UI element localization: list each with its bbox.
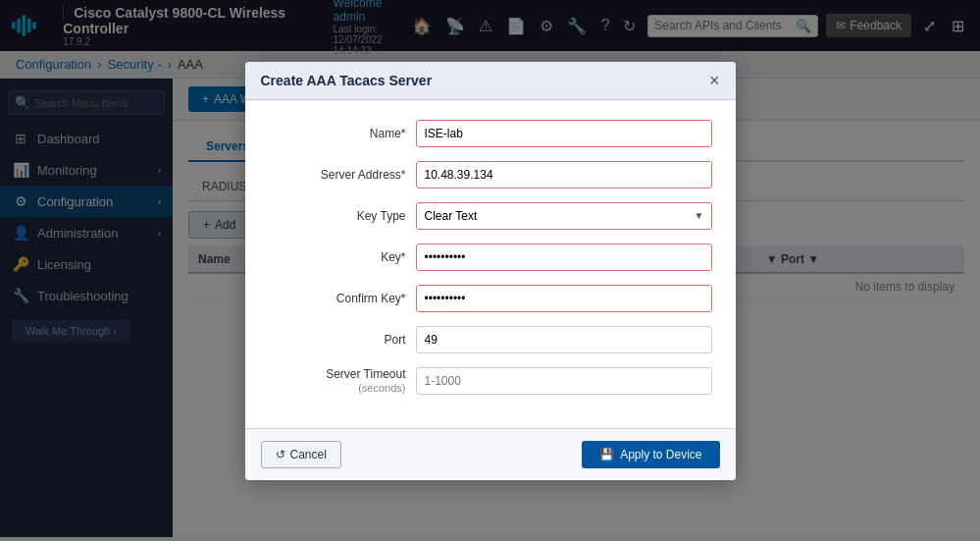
- apply-icon: 💾: [599, 448, 614, 461]
- port-input[interactable]: [416, 326, 712, 353]
- modal-footer: ↺ Cancel 💾 Apply to Device: [245, 428, 736, 480]
- key-type-select[interactable]: Clear Text Encrypted: [416, 202, 712, 230]
- name-input[interactable]: [416, 120, 712, 147]
- modal-header: Create AAA Tacacs Server ×: [245, 62, 736, 100]
- form-row-name: Name*: [269, 120, 712, 147]
- key-input[interactable]: [416, 243, 712, 271]
- key-label: Key*: [269, 250, 406, 264]
- form-row-key-type: Key Type Clear Text Encrypted ▼: [269, 202, 712, 230]
- cancel-label: Cancel: [290, 448, 327, 461]
- confirm-key-input[interactable]: [416, 285, 712, 312]
- modal-close-button[interactable]: ×: [709, 72, 720, 89]
- timeout-input[interactable]: [416, 367, 712, 395]
- form-row-timeout: Server Timeout (seconds): [269, 367, 712, 395]
- timeout-label: Server Timeout (seconds): [269, 367, 406, 395]
- server-address-input[interactable]: [416, 161, 712, 189]
- form-row-server-address: Server Address*: [269, 161, 712, 189]
- key-type-label: Key Type: [269, 209, 406, 223]
- form-row-port: Port: [269, 326, 712, 353]
- server-address-label: Server Address*: [269, 168, 406, 182]
- cancel-button[interactable]: ↺ Cancel: [261, 441, 341, 468]
- form-row-key: Key*: [269, 243, 712, 271]
- key-type-select-wrap: Clear Text Encrypted ▼: [416, 202, 712, 230]
- cancel-icon: ↺: [276, 448, 285, 461]
- modal-body: Name* Server Address* Key Type Clear Tex…: [245, 100, 736, 428]
- port-label: Port: [269, 333, 406, 347]
- apply-label: Apply to Device: [620, 448, 701, 461]
- form-row-confirm-key: Confirm Key*: [269, 285, 712, 312]
- name-label: Name*: [269, 127, 406, 140]
- modal-overlay: Create AAA Tacacs Server × Name* Server …: [0, 0, 980, 541]
- modal-title: Create AAA Tacacs Server: [261, 73, 433, 88]
- confirm-key-label: Confirm Key*: [269, 292, 406, 305]
- apply-device-button[interactable]: 💾 Apply to Device: [582, 441, 719, 468]
- create-tacacs-modal: Create AAA Tacacs Server × Name* Server …: [245, 62, 736, 480]
